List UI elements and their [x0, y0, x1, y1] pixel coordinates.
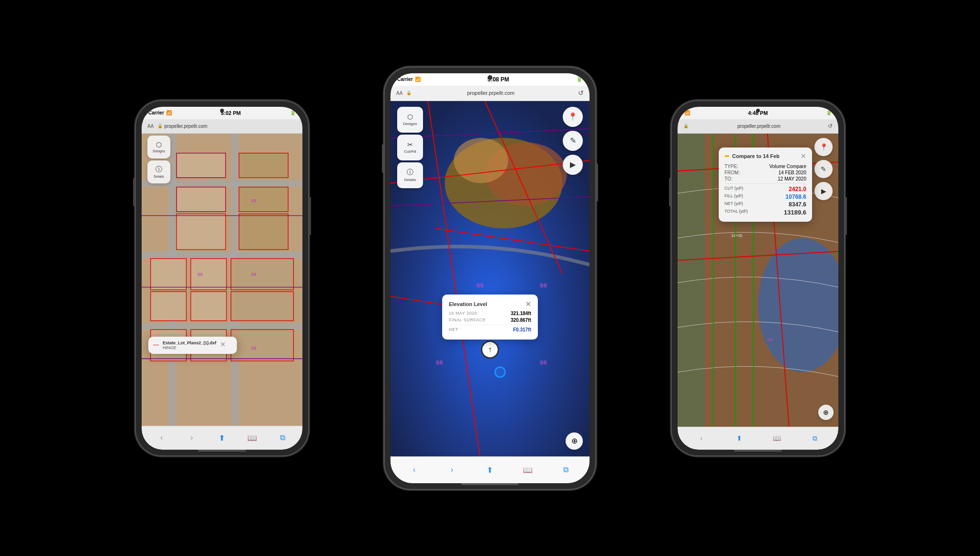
camera-left	[220, 109, 224, 113]
compare-net-row: NET (yd²) 8347.6	[724, 201, 806, 208]
scene: Carrier 📶 5:02 PM 🔋 AA 🔒 propeller.prpel…	[107, 27, 873, 530]
svg-text:34+00: 34+00	[731, 233, 743, 238]
url-center: propeller.prpellr.com	[403, 90, 578, 96]
share-btn-center[interactable]: ⬆	[481, 461, 499, 478]
elevation-row-net: NET: F0.317ft	[449, 325, 531, 332]
wifi-icon-left: 📶	[166, 110, 172, 115]
svg-rect-12	[239, 187, 288, 211]
camera-center	[488, 75, 492, 80]
svg-rect-19	[231, 292, 294, 321]
bottom-bar-center: ‹ › ⬆ 📖 ⧉	[390, 456, 590, 483]
back-btn-left[interactable]: ‹	[153, 429, 170, 446]
refresh-icon-center[interactable]: ↺	[578, 89, 584, 97]
nav-panel-right: 📍 ✎ ▶	[814, 138, 833, 200]
elevation-popup-title: Elevation Level ✕	[449, 300, 531, 308]
svg-rect-22	[231, 329, 294, 361]
edit-btn-center[interactable]: ✎	[563, 131, 583, 151]
cutfill-btn-center[interactable]: ✂ Cut/Fill	[397, 135, 423, 160]
compare-popup: Compare to 14 Feb ✕ TYPE: Volume Compare…	[719, 148, 812, 222]
screen-right: 📶 4:48 PM 🔋 🔒 propeller.prpellr.com ↺	[678, 107, 838, 450]
carrier-center: Carrier	[397, 77, 413, 82]
url-right: propeller.prpellr.com	[690, 124, 828, 129]
tool-panel-left: ⬡ Designs ⓘ Details	[147, 136, 170, 183]
compare-fill-row: FILL (yd²) 10768.6	[724, 193, 806, 200]
address-bar-center[interactable]: AA 🔒 propeller.prpellr.com ↺	[390, 86, 590, 101]
compass-btn-center[interactable]: ⊕	[566, 432, 583, 450]
share-btn-right[interactable]: ⬆	[731, 430, 748, 447]
compare-total-row: TOTAL (yd²) 13189.6	[724, 209, 806, 216]
phone-center: Carrier 📶 5:08 PM 🔋 AA 🔒 propeller.prpel…	[385, 68, 595, 489]
elevation-marker-center: ↑	[481, 340, 499, 359]
elevation-row-date: 16 MAY 2020: 321.184ft	[449, 311, 531, 316]
copy-btn-left[interactable]: ⧉	[274, 429, 291, 446]
compass-btn-right[interactable]: ⊕	[818, 405, 834, 420]
dxf-close[interactable]: ✕	[220, 340, 226, 348]
back-btn-right[interactable]: ›	[693, 430, 710, 447]
phone-right: 📶 4:48 PM 🔋 🔒 propeller.prpellr.com ↺	[672, 101, 844, 455]
forward-btn-left[interactable]: ›	[183, 429, 200, 446]
svg-text:SS: SS	[477, 282, 484, 288]
details-icon-left: ⓘ	[156, 165, 162, 174]
edit-btn-right[interactable]: ✎	[814, 160, 833, 178]
bottom-bar-right: › ⬆ 📖 ⧉	[678, 427, 838, 450]
svg-rect-4	[142, 251, 302, 259]
elevation-popup: Elevation Level ✕ 16 MAY 2020: 321.184ft…	[442, 295, 538, 340]
compare-title: Compare to 14 Feb	[732, 153, 798, 159]
designs-btn-center[interactable]: ⬡ Designs	[397, 107, 423, 133]
aa-left: AA	[147, 124, 154, 129]
compare-type-row: TYPE: Volume Compare	[724, 164, 806, 169]
address-bar-right[interactable]: 🔒 propeller.prpellr.com ↺	[678, 119, 838, 134]
cutfill-label-center: Cut/Fill	[404, 149, 416, 154]
address-bar-left[interactable]: AA 🔒 propeller.prpellr.com	[142, 119, 302, 134]
designs-label-left: Designs	[153, 149, 165, 153]
navigate-btn-center[interactable]: ▶	[563, 155, 583, 175]
details-btn-center[interactable]: ⓘ Details	[397, 162, 423, 188]
share-btn-left[interactable]: ⬆	[213, 429, 231, 446]
details-btn-left[interactable]: ⓘ Details	[147, 160, 170, 183]
forward-btn-center[interactable]: ›	[444, 461, 461, 478]
svg-rect-13	[239, 214, 288, 250]
refresh-icon-right[interactable]: ↺	[828, 123, 833, 129]
elevation-close[interactable]: ✕	[525, 300, 531, 308]
svg-text:SS: SS	[767, 337, 773, 341]
svg-text:SS: SS	[251, 346, 257, 351]
designs-btn-left[interactable]: ⬡ Designs	[147, 136, 170, 159]
home-indicator-center	[461, 483, 519, 485]
lock-icon-left: 🔒	[157, 124, 163, 128]
yellow-dot	[724, 155, 729, 157]
copy-btn-center[interactable]: ⧉	[557, 461, 574, 478]
details-icon-center: ⓘ	[407, 168, 413, 177]
compare-title-bar: Compare to 14 Feb ✕	[724, 152, 806, 160]
details-label-left: Details	[154, 175, 164, 178]
compare-from-row: FROM: 14 FEB 2020	[724, 170, 806, 175]
dxf-filename: Estate_Lot_Plans2_(1).dxf	[163, 340, 216, 345]
book-btn-center[interactable]: 📖	[519, 461, 536, 478]
url-left: propeller.prpellr.com	[164, 124, 207, 129]
phone-left: Carrier 📶 5:02 PM 🔋 AA 🔒 propeller.prpel…	[136, 101, 308, 455]
book-btn-right[interactable]: 📖	[768, 430, 786, 447]
home-indicator-left	[198, 450, 246, 452]
svg-rect-11	[239, 153, 288, 177]
book-btn-left[interactable]: 📖	[244, 429, 261, 446]
svg-text:SS: SS	[251, 272, 257, 277]
screen-left: Carrier 📶 5:02 PM 🔋 AA 🔒 propeller.prpel…	[142, 107, 302, 450]
compare-close[interactable]: ✕	[801, 152, 806, 160]
bottom-bar-left: ‹ › ⬆ 📖 ⧉	[142, 426, 302, 450]
designs-icon-left: ⬡	[156, 141, 162, 148]
wifi-icon-center: 📶	[415, 77, 421, 82]
svg-rect-17	[151, 292, 187, 321]
back-btn-center[interactable]: ‹	[406, 461, 423, 478]
dxf-popup: — Estate_Lot_Plans2_(1).dxf HINGE ✕	[148, 337, 237, 354]
navigate-btn-right[interactable]: ▶	[814, 182, 833, 200]
battery-left: 🔋	[290, 110, 296, 115]
battery-center: 🔋	[576, 76, 583, 82]
copy-btn-right[interactable]: ⧉	[806, 430, 824, 447]
svg-rect-6	[177, 153, 226, 177]
cutfill-icon-center: ✂	[407, 141, 413, 148]
designs-icon-center: ⬡	[407, 113, 413, 121]
location-btn-center[interactable]: 📍	[563, 107, 583, 127]
location-btn-right[interactable]: 📍	[814, 138, 833, 156]
dxf-sublabel: HINGE	[163, 345, 216, 350]
tool-panel-center: ⬡ Designs ✂ Cut/Fill ⓘ Details	[397, 107, 423, 188]
home-indicator-right	[734, 450, 782, 452]
